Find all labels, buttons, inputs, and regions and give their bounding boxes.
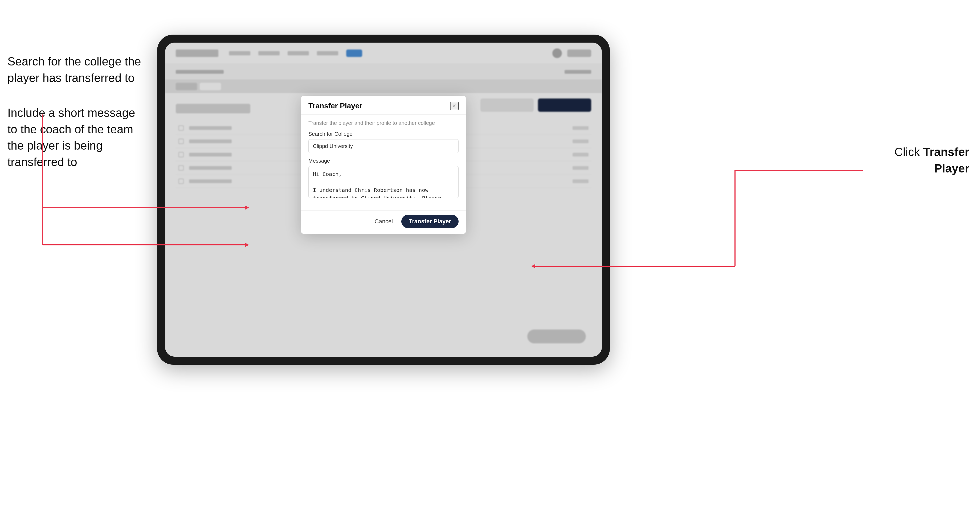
right-annotation: Click Transfer Player (863, 144, 969, 176)
search-college-input[interactable] (309, 139, 458, 153)
modal-overlay: Transfer Player × Transfer the player an… (165, 43, 602, 357)
annotation-text-right: Click Transfer Player (863, 144, 969, 176)
modal-footer: Cancel Transfer Player (301, 210, 466, 234)
transfer-player-modal: Transfer Player × Transfer the player an… (301, 96, 466, 234)
cancel-button[interactable]: Cancel (371, 215, 397, 227)
modal-header: Transfer Player × (301, 96, 466, 115)
message-group: Message Hi Coach, I understand Chris Rob… (309, 158, 458, 199)
modal-close-button[interactable]: × (450, 102, 458, 110)
message-textarea[interactable]: Hi Coach, I understand Chris Robertson h… (309, 166, 458, 198)
annotation-text-1: Search for the college the player has tr… (8, 53, 146, 86)
left-annotations: Search for the college the player has tr… (8, 53, 146, 170)
tablet-screen: Transfer Player × Transfer the player an… (165, 43, 602, 357)
modal-subtitle: Transfer the player and their profile to… (309, 120, 458, 126)
transfer-player-button[interactable]: Transfer Player (401, 215, 458, 228)
message-label: Message (309, 158, 458, 164)
annotation-text-2: Include a short message to the coach of … (8, 105, 146, 170)
search-college-label: Search for College (309, 131, 458, 137)
search-college-group: Search for College (309, 131, 458, 153)
tablet-device: Transfer Player × Transfer the player an… (157, 35, 610, 365)
modal-body: Transfer the player and their profile to… (301, 115, 466, 210)
modal-title: Transfer Player (309, 102, 362, 110)
